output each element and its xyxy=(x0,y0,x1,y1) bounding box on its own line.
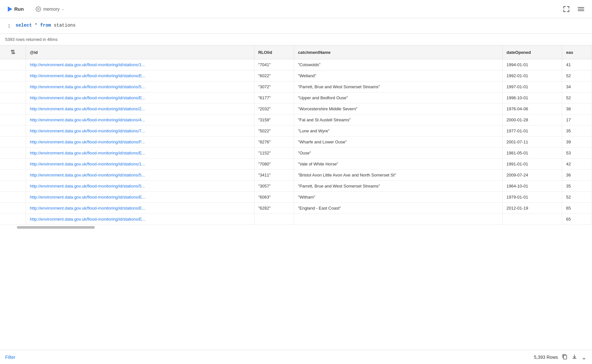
svg-point-0 xyxy=(38,8,39,10)
id-link[interactable]: http://environment.data.gov.uk/flood-mon… xyxy=(30,62,179,67)
id-link[interactable]: http://environment.data.gov.uk/flood-mon… xyxy=(30,95,179,100)
cell-catchment: "Upper and Bedford Ouse" xyxy=(294,92,503,103)
rows-count: 5,393 Rows xyxy=(534,355,558,360)
download-button[interactable] xyxy=(572,354,577,361)
memory-button[interactable]: memory ⌄ xyxy=(33,5,67,13)
chevron-down-footer-icon[interactable]: ⌄ xyxy=(581,353,587,361)
toolbar-right xyxy=(561,4,587,14)
table-row: http://environment.data.gov.uk/flood-mon… xyxy=(0,81,592,92)
cell-east: 34 xyxy=(562,81,592,92)
memory-label: memory xyxy=(43,6,60,12)
sql-star: * xyxy=(35,23,40,28)
id-link[interactable]: http://environment.data.gov.uk/flood-mon… xyxy=(30,84,179,89)
table-row: http://environment.data.gov.uk/flood-mon… xyxy=(0,126,592,137)
copy-button[interactable] xyxy=(562,354,568,361)
header-rloid[interactable]: RLOlid xyxy=(254,45,294,59)
id-link[interactable]: http://environment.data.gov.uk/flood-mon… xyxy=(30,184,179,188)
footer: Filter 5,393 Rows ⌄ xyxy=(0,350,592,364)
table-wrapper[interactable]: ⇅ @id RLOlid catchmentName dateOpened ea… xyxy=(0,45,592,350)
run-button[interactable]: Run xyxy=(5,5,26,13)
cell-id[interactable]: http://environment.data.gov.uk/flood-mon… xyxy=(26,103,254,115)
row-index xyxy=(0,115,26,126)
header-id[interactable]: @id xyxy=(26,45,254,59)
cell-rloid: "6063" xyxy=(254,192,294,203)
row-index xyxy=(0,203,26,214)
row-index xyxy=(0,170,26,181)
cell-east: 36 xyxy=(562,170,592,181)
cell-east: 52 xyxy=(562,70,592,81)
filter-button[interactable]: Filter xyxy=(5,355,15,360)
cell-date xyxy=(502,214,562,225)
cell-id[interactable]: http://environment.data.gov.uk/flood-mon… xyxy=(26,203,254,214)
chevron-down-icon: ⌄ xyxy=(62,7,64,11)
id-link[interactable]: http://environment.data.gov.uk/flood-mon… xyxy=(30,162,179,166)
cell-date: 1976-04-06 xyxy=(502,103,562,115)
cell-id[interactable]: http://environment.data.gov.uk/flood-mon… xyxy=(26,170,254,181)
cell-id[interactable]: http://environment.data.gov.uk/flood-mon… xyxy=(26,214,254,225)
id-link[interactable]: http://environment.data.gov.uk/flood-mon… xyxy=(30,73,179,78)
row-index xyxy=(0,192,26,203)
cell-id[interactable]: http://environment.data.gov.uk/flood-mon… xyxy=(26,159,254,170)
cell-east: 35 xyxy=(562,126,592,137)
header-east[interactable]: eas xyxy=(562,45,592,59)
row-index xyxy=(0,181,26,192)
cell-catchment: "Witham" xyxy=(294,192,503,203)
cell-rloid: "6022" xyxy=(254,70,294,81)
cell-date: 2009-07-24 xyxy=(502,170,562,181)
id-link[interactable]: http://environment.data.gov.uk/flood-mon… xyxy=(30,117,179,122)
cell-catchment: "Vale of White Horse" xyxy=(294,159,503,170)
cell-east: 52 xyxy=(562,92,592,103)
cell-id[interactable]: http://environment.data.gov.uk/flood-mon… xyxy=(26,192,254,203)
id-link[interactable]: http://environment.data.gov.uk/flood-mon… xyxy=(30,140,179,144)
cell-rloid: "1152" xyxy=(254,148,294,159)
cell-catchment: "Wharfe and Lower Ouse" xyxy=(294,137,503,148)
table-row: http://environment.data.gov.uk/flood-mon… xyxy=(0,170,592,181)
data-table: ⇅ @id RLOlid catchmentName dateOpened ea… xyxy=(0,45,592,225)
sql-code[interactable]: select * from stations xyxy=(16,23,76,28)
cell-date: 1979-01-01 xyxy=(502,192,562,203)
cell-catchment: "Parrett, Brue and West Somerset Streams… xyxy=(294,181,503,192)
table-row: http://environment.data.gov.uk/flood-mon… xyxy=(0,192,592,203)
cell-catchment: "Ouse" xyxy=(294,148,503,159)
row-index xyxy=(0,59,26,70)
cell-rloid: "3072" xyxy=(254,81,294,92)
id-link[interactable]: http://environment.data.gov.uk/flood-mon… xyxy=(30,206,179,211)
cell-rloid: "3158" xyxy=(254,115,294,126)
id-link[interactable]: http://environment.data.gov.uk/flood-mon… xyxy=(30,128,179,133)
cell-id[interactable]: http://environment.data.gov.uk/flood-mon… xyxy=(26,148,254,159)
cell-catchment: "Parrett, Brue and West Somerset Streams… xyxy=(294,81,503,92)
cell-id[interactable]: http://environment.data.gov.uk/flood-mon… xyxy=(26,181,254,192)
id-link[interactable]: http://environment.data.gov.uk/flood-mon… xyxy=(30,173,179,177)
row-index xyxy=(0,126,26,137)
id-link[interactable]: http://environment.data.gov.uk/flood-mon… xyxy=(30,217,179,222)
table-row: http://environment.data.gov.uk/flood-mon… xyxy=(0,70,592,81)
row-index xyxy=(0,103,26,115)
header-catchment[interactable]: catchmentName xyxy=(294,45,503,59)
id-link[interactable]: http://environment.data.gov.uk/flood-mon… xyxy=(30,151,179,155)
table-row: http://environment.data.gov.uk/flood-mon… xyxy=(0,115,592,126)
row-filter-icon: ⇅ xyxy=(10,49,15,55)
cell-date: 1992-01-01 xyxy=(502,70,562,81)
cell-id[interactable]: http://environment.data.gov.uk/flood-mon… xyxy=(26,126,254,137)
row-index xyxy=(0,214,26,225)
id-link[interactable]: http://environment.data.gov.uk/flood-mon… xyxy=(30,195,179,200)
run-label: Run xyxy=(14,6,24,12)
cell-id[interactable]: http://environment.data.gov.uk/flood-mon… xyxy=(26,81,254,92)
status-bar: 5393 rows returned in 46ms xyxy=(0,34,592,45)
cell-id[interactable]: http://environment.data.gov.uk/flood-mon… xyxy=(26,70,254,81)
cell-id[interactable]: http://environment.data.gov.uk/flood-mon… xyxy=(26,137,254,148)
id-link[interactable]: http://environment.data.gov.uk/flood-mon… xyxy=(30,106,179,111)
cell-rloid: "7041" xyxy=(254,59,294,70)
table-row: http://environment.data.gov.uk/flood-mon… xyxy=(0,181,592,192)
cell-date: 1991-01-01 xyxy=(502,159,562,170)
cell-id[interactable]: http://environment.data.gov.uk/flood-mon… xyxy=(26,59,254,70)
horizontal-scrollbar[interactable] xyxy=(17,226,95,229)
cell-rloid: "3411" xyxy=(254,170,294,181)
menu-button[interactable] xyxy=(575,5,587,14)
cell-id[interactable]: http://environment.data.gov.uk/flood-mon… xyxy=(26,92,254,103)
header-date[interactable]: dateOpened xyxy=(502,45,562,59)
cell-east: 39 xyxy=(562,137,592,148)
expand-button[interactable] xyxy=(561,4,571,14)
cell-id[interactable]: http://environment.data.gov.uk/flood-mon… xyxy=(26,115,254,126)
hamburger-icon xyxy=(576,6,586,12)
